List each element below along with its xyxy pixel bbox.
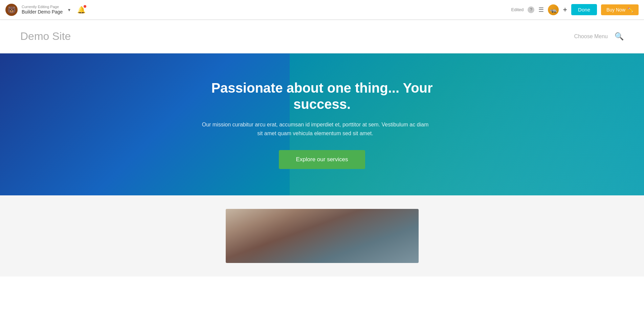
site-logo: 🐻 [5, 4, 18, 16]
admin-bar-right: Edited ? ☰ 🦡 + Done Buy Now ✏️ [511, 4, 639, 15]
editing-label: Currently Editing Page [22, 5, 63, 9]
logo-icon: 🐻 [7, 6, 16, 14]
admin-bar: 🐻 Currently Editing Page Builder Demo Pa… [0, 0, 644, 20]
buy-now-label: Buy Now [606, 7, 625, 13]
list-icon[interactable]: ☰ [538, 6, 544, 14]
dropdown-arrow-icon[interactable]: ▾ [68, 7, 70, 13]
choose-menu[interactable]: Choose Menu [574, 33, 608, 40]
page-content: Demo Site Choose Menu 🔍 Passionate about… [0, 20, 644, 276]
avatar-icon[interactable]: 🦡 [548, 4, 559, 15]
done-button[interactable]: Done [571, 4, 597, 15]
below-hero-section [0, 195, 644, 276]
nav-area: Choose Menu 🔍 [574, 32, 624, 41]
admin-bar-left: 🐻 Currently Editing Page Builder Demo Pa… [5, 4, 86, 16]
add-icon[interactable]: + [563, 5, 567, 14]
hero-title: Passionate about one thing... Your succe… [200, 80, 444, 112]
search-icon[interactable]: 🔍 [615, 32, 624, 41]
hero-cta-button[interactable]: Explore our services [279, 150, 365, 169]
help-icon[interactable]: ? [528, 6, 534, 13]
buy-now-button[interactable]: Buy Now ✏️ [601, 4, 639, 15]
editing-page-name: Builder Demo Page [22, 9, 63, 15]
edited-status: Edited [511, 7, 524, 12]
hero-subtitle: Our mission curabitur arcu erat, accumsa… [200, 120, 430, 138]
notification-badge [84, 5, 86, 8]
site-header: Demo Site Choose Menu 🔍 [0, 20, 644, 53]
site-title: Demo Site [20, 30, 71, 43]
buy-now-icon: ✏️ [627, 7, 633, 13]
hero-content: Passionate about one thing... Your succe… [194, 80, 451, 169]
team-image-inner [226, 209, 419, 263]
notification-button[interactable]: 🔔 [77, 6, 86, 14]
editing-info: Currently Editing Page Builder Demo Page [22, 5, 63, 15]
hero-section: Passionate about one thing... Your succe… [0, 53, 644, 195]
team-image [226, 209, 419, 263]
